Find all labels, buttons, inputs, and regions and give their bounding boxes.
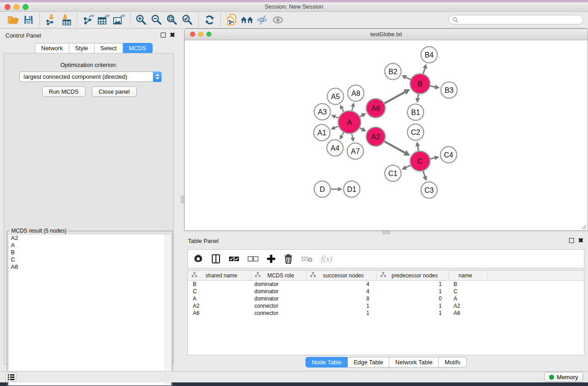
export-table-icon[interactable] — [96, 13, 111, 27]
mcds-result-list[interactable]: A2ABCA6 — [8, 234, 172, 386]
table-cell[interactable]: C — [188, 288, 251, 295]
tab-motifs[interactable]: Motifs — [439, 357, 467, 367]
optimization-criterion-dropdown[interactable]: largest connected component (directed) — [19, 71, 162, 82]
table-cell[interactable]: C — [449, 288, 488, 295]
show-all-icon[interactable] — [270, 13, 286, 27]
mcds-list-scrollbar[interactable] — [165, 234, 171, 385]
export-network-icon[interactable] — [81, 13, 96, 27]
mcds-result-item[interactable]: C — [9, 256, 171, 263]
edge-A-A3[interactable] — [335, 117, 338, 118]
table-row[interactable]: Bdominator41B — [188, 281, 584, 288]
table-cell[interactable]: 1 — [377, 303, 449, 309]
edge-C-C4[interactable] — [430, 158, 435, 159]
zoom-fit-icon[interactable] — [164, 13, 180, 27]
network-minimize-button[interactable] — [198, 32, 203, 37]
table-row[interactable]: Cdominator41C — [188, 288, 584, 295]
table-cell[interactable]: dominator — [251, 281, 306, 287]
table-cell[interactable]: 1 — [377, 281, 449, 287]
resize-grip[interactable] — [580, 223, 587, 229]
splitter-handle-left[interactable] — [181, 196, 184, 203]
close-window-button[interactable] — [5, 4, 10, 10]
table-cell[interactable]: A6 — [449, 310, 488, 316]
table-cell[interactable]: A — [449, 295, 488, 302]
edge-B-B3[interactable] — [430, 86, 435, 87]
memory-button[interactable]: Memory — [544, 372, 583, 382]
float-panel-icon[interactable] — [161, 33, 166, 38]
run-mcds-button[interactable]: Run MCDS — [42, 86, 86, 97]
table-cell[interactable]: A2 — [449, 303, 488, 309]
table-row[interactable]: A2connector11A2 — [188, 302, 584, 310]
open-file-icon[interactable] — [5, 13, 21, 27]
zoom-out-icon[interactable] — [149, 13, 164, 27]
edge-A6-B[interactable] — [384, 92, 405, 103]
table-cell[interactable]: 1 — [306, 310, 377, 316]
column-header-name[interactable]: name — [449, 271, 488, 280]
column-layout-icon[interactable] — [211, 254, 220, 264]
tab-node-table[interactable]: Node Table — [306, 357, 348, 367]
delete-table-icon[interactable] — [301, 255, 313, 262]
edge-A-A1[interactable] — [335, 126, 339, 128]
edge-C-C1[interactable] — [406, 165, 411, 167]
edge-B-B4[interactable] — [423, 68, 425, 74]
import-network-icon[interactable] — [43, 13, 58, 27]
add-column-icon[interactable] — [267, 254, 276, 263]
column-header-MCDS-role[interactable]: MCDS role — [251, 271, 306, 280]
table-cell[interactable]: 4 — [306, 281, 377, 287]
edge-A-A2[interactable] — [360, 128, 362, 129]
table-cell[interactable]: connector — [251, 310, 306, 316]
table-cell[interactable]: 8 — [306, 295, 377, 302]
task-history-button[interactable] — [5, 372, 16, 382]
column-header-successor-nodes[interactable]: successor nodes — [306, 271, 377, 280]
table-cell[interactable]: A2 — [188, 303, 251, 309]
mcds-result-item[interactable]: A — [9, 242, 171, 249]
close-panel-icon[interactable]: ✖ — [170, 33, 175, 38]
table-row[interactable]: Adominator80A — [188, 295, 584, 302]
zoom-window-button[interactable] — [23, 4, 29, 10]
import-table-icon[interactable] — [58, 13, 74, 27]
tab-network[interactable]: Network — [35, 43, 69, 53]
table-cell[interactable]: 1 — [377, 310, 449, 316]
edge-A-A4[interactable] — [342, 133, 344, 136]
edge-A-A7[interactable] — [352, 133, 353, 138]
table-row[interactable]: A6connector11A6 — [188, 310, 584, 317]
tab-mcds[interactable]: MCDS — [123, 43, 153, 53]
search-input[interactable] — [449, 15, 583, 24]
close-table-panel-icon[interactable]: ✖ — [578, 238, 583, 243]
duplicate-network-icon[interactable] — [224, 13, 239, 27]
gear-icon[interactable] — [193, 254, 203, 264]
column-header-shared-name[interactable]: shared name — [188, 271, 251, 280]
deselect-all-icon[interactable] — [248, 256, 258, 262]
table-cell[interactable]: dominator — [251, 288, 306, 295]
select-all-icon[interactable] — [229, 256, 239, 262]
edge-C-C3[interactable] — [423, 171, 425, 176]
table-cell[interactable]: B — [188, 281, 251, 287]
table-cell[interactable]: 1 — [377, 288, 449, 295]
table-cell[interactable]: A6 — [188, 310, 251, 316]
hide-selected-icon[interactable] — [255, 13, 270, 27]
function-builder-icon[interactable]: f(x) — [321, 254, 332, 264]
network-zoom-button[interactable] — [206, 32, 211, 37]
minimize-window-button[interactable] — [14, 4, 19, 10]
table-cell[interactable]: 1 — [306, 303, 377, 309]
network-graph[interactable]: AA1A2A3A4A5A6A7A8BB1B2B3B4CC1C2C3C4DD1 — [185, 40, 588, 230]
table-cell[interactable]: A — [188, 295, 251, 302]
refresh-icon[interactable] — [202, 13, 217, 27]
edge-B-B2[interactable] — [406, 77, 411, 80]
tab-select[interactable]: Select — [95, 43, 123, 53]
table-cell[interactable]: 4 — [306, 288, 377, 295]
table-cell[interactable]: 0 — [377, 295, 449, 302]
splitter-handle-bottom[interactable] — [382, 231, 390, 234]
column-header-predecessor-nodes[interactable]: predecessor nodes — [377, 271, 449, 280]
mcds-result-item[interactable]: A6 — [9, 263, 171, 271]
mcds-result-item[interactable]: A2 — [9, 234, 171, 242]
close-panel-button[interactable]: Close panel — [92, 86, 137, 97]
tab-style[interactable]: Style — [69, 43, 95, 53]
first-neighbors-icon[interactable] — [239, 13, 255, 27]
save-session-icon[interactable] — [21, 13, 36, 27]
delete-icon[interactable] — [284, 254, 293, 264]
edge-A-A8[interactable] — [352, 107, 353, 111]
float-table-panel-icon[interactable] — [569, 238, 574, 243]
table-cell[interactable]: connector — [251, 303, 306, 309]
edge-B-B1[interactable] — [418, 94, 418, 98]
table-cell[interactable]: dominator — [251, 295, 306, 302]
